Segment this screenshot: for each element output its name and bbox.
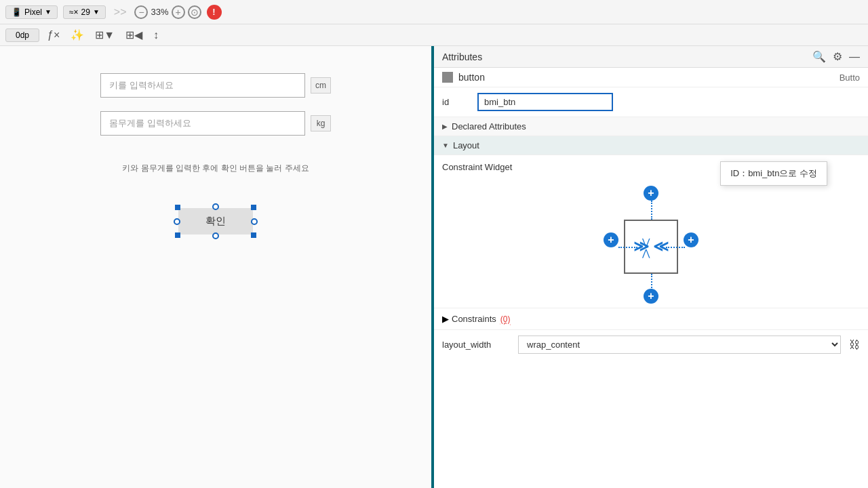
handle-tr (251, 205, 256, 210)
constraint-plus-top[interactable]: + (644, 186, 658, 201)
hint-text: 키와 몸무게를 입력한 후에 확인 버튼을 눌러 주세요 (87, 163, 344, 174)
handle-left (174, 218, 180, 225)
id-row: id (434, 87, 868, 117)
phone-icon: 📱 (12, 7, 22, 17)
handle-top (212, 203, 219, 210)
hint-text-label: 키와 몸무게를 입력한 후에 확인 버튼을 눌러 주세요 (122, 163, 309, 173)
weight-input-row: 몸무게를 입력하세요 kg (100, 111, 331, 136)
dotted-bottom (651, 274, 652, 290)
secondary-toolbar: 0dp ƒ× ✨ ⊞▼ ⊞◀ ↕ (0, 24, 868, 46)
weight-unit: kg (311, 115, 331, 131)
chevron-down-icon2: ▼ (93, 8, 100, 16)
layout-label: Layout (453, 140, 479, 150)
dotted-right (666, 247, 685, 248)
height-unit: cm (311, 77, 331, 94)
declared-attributes-label: Declared Attributes (452, 121, 526, 131)
tooltip-text: ID：bmi_btn으로 수정 (730, 168, 817, 178)
margin-label: 0dp (16, 30, 29, 40)
weight-unit-label: kg (317, 119, 326, 128)
search-icon-btn[interactable]: 🔍 (812, 50, 826, 63)
triangle-down-icon: ▼ (442, 142, 449, 149)
weight-placeholder: 몸무게를 입력하세요 (109, 118, 191, 128)
height-input-row: 키를 입력하세요 cm (100, 73, 331, 98)
confirm-button-label: 확인 (205, 215, 226, 226)
constraints-row[interactable]: ▶ Constraints (0) (434, 308, 868, 330)
editor-panel: 키를 입력하세요 cm 몸무게를 입력하세요 kg 키와 몸무게를 입력한 후에… (0, 46, 434, 488)
constraint-plus-right[interactable]: + (684, 232, 698, 247)
component-icon (442, 72, 453, 83)
function-icon-btn[interactable]: ƒ× (45, 28, 62, 43)
attributes-title-group: Attributes (442, 52, 482, 62)
constraint-plus-left[interactable]: + (604, 232, 618, 247)
attributes-header-icons: 🔍 ⚙ — (812, 50, 860, 63)
handle-right (251, 218, 258, 225)
constraints-triangle-icon: ▶ (442, 314, 449, 324)
main-area: 키를 입력하세요 cm 몸무게를 입력하세요 kg 키와 몸무게를 입력한 후에… (0, 46, 868, 488)
id-label: id (442, 97, 469, 107)
close-icon-btn[interactable]: — (849, 51, 860, 63)
phone-screen: 키를 입력하세요 cm 몸무게를 입력하세요 kg 키와 몸무게를 입력한 후에… (0, 46, 431, 488)
align-horizontal-btn[interactable]: ⊞◀ (123, 27, 145, 43)
height-input[interactable]: 키를 입력하세요 (100, 73, 305, 98)
api-selector[interactable]: ≈× 29 ▼ (63, 5, 106, 19)
component-row: button Butto (434, 68, 868, 87)
attributes-panel: Attributes 🔍 ⚙ — button Butto id ▶ Decla… (434, 46, 868, 488)
margin-input[interactable]: 0dp (5, 28, 39, 42)
chevron-down-icon: ▼ (45, 8, 52, 16)
layout-width-select[interactable]: wrap_content (518, 336, 841, 354)
settings-icon-btn[interactable]: ⚙ (833, 50, 842, 63)
layout-width-link-btn[interactable]: ⛓ (849, 339, 860, 351)
height-placeholder: 키를 입력하세요 (109, 80, 174, 90)
exclamation-icon: ! (212, 7, 215, 17)
height-unit-label: cm (315, 81, 326, 90)
attributes-title: Attributes (442, 52, 482, 62)
confirm-button[interactable]: 확인 (178, 208, 253, 235)
constraint-diagram: + ⋁ ⋀ ≫ ≪ (442, 179, 860, 301)
constraint-plus-bottom[interactable]: + (644, 289, 658, 304)
confirm-button-container: 확인 (178, 208, 253, 235)
dotted-left (618, 247, 637, 248)
triangle-right-icon: ▶ (442, 123, 448, 130)
error-button[interactable]: ! (207, 5, 222, 20)
layout-width-label: layout_width (442, 340, 510, 350)
api-icon: ≈× (69, 7, 79, 17)
distribute-btn[interactable]: ↕ (151, 28, 161, 43)
dotted-top (651, 201, 652, 220)
zoom-percent-label: 33% (151, 7, 168, 17)
main-toolbar: 📱 Pixel ▼ ≈× 29 ▼ >> − 33% + ⊙ ! (0, 0, 868, 24)
handle-br (251, 232, 256, 238)
zoom-fit-btn[interactable]: ⊙ (188, 5, 201, 19)
zoom-plus-btn[interactable]: + (172, 5, 185, 19)
component-type-label: button (458, 72, 834, 83)
fit-icon: ⊙ (191, 7, 199, 18)
handle-bottom (212, 232, 219, 239)
align-vertical-btn[interactable]: ⊞▼ (92, 27, 117, 43)
layout-section-header[interactable]: ▼ Layout (434, 136, 868, 155)
constraints-count: (0) (500, 314, 511, 324)
id-input[interactable] (477, 93, 613, 111)
weight-input[interactable]: 몸무게를 입력하세요 (100, 111, 305, 136)
pixel-label: Pixel (24, 7, 42, 17)
magic-wand-btn[interactable]: ✨ (68, 27, 87, 43)
declared-attributes-section[interactable]: ▶ Declared Attributes (434, 117, 868, 136)
separator1: >> (114, 6, 127, 18)
constraints-label: Constraints (452, 314, 496, 324)
layout-width-row: layout_width wrap_content ⛓ (434, 330, 868, 359)
minus-icon: − (138, 7, 144, 18)
zoom-minus-btn[interactable]: − (134, 5, 148, 19)
component-style-label: Butto (840, 73, 860, 83)
device-selector[interactable]: 📱 Pixel ▼ (5, 5, 58, 19)
api-level-label: 29 (81, 7, 90, 17)
tooltip-box: ID：bmi_btn으로 수정 (720, 161, 827, 186)
plus-icon: + (175, 7, 180, 18)
handle-bl (175, 232, 180, 238)
zoom-controls: − 33% + ⊙ (134, 5, 201, 19)
attributes-header: Attributes 🔍 ⚙ — (434, 46, 868, 68)
handle-tl (175, 205, 180, 210)
